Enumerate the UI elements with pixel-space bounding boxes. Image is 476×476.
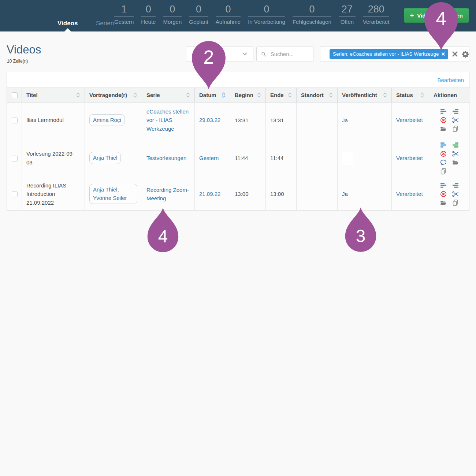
start-time: 11:44	[235, 155, 248, 161]
row-actions	[434, 108, 465, 132]
publications-icon[interactable]	[452, 108, 459, 115]
series-link[interactable]: eCoaches stellen vor - ILIAS Werkzeuge	[146, 108, 189, 132]
metadata-icon[interactable]	[440, 108, 447, 115]
row-checkbox[interactable]	[12, 118, 18, 123]
status-link[interactable]: Verarbeitet	[396, 191, 423, 197]
column-header-beginn[interactable]: Beginn	[230, 88, 266, 103]
stat-label: Aufnahme	[216, 17, 241, 25]
cut-icon[interactable]	[452, 191, 459, 197]
tab-videos[interactable]: Videos	[57, 20, 78, 27]
status-link[interactable]: Verarbeitet	[396, 117, 423, 123]
stat-value: 0	[293, 4, 331, 17]
publications-icon[interactable]	[452, 182, 459, 189]
metadata-icon[interactable]	[440, 182, 447, 189]
delete-icon[interactable]	[440, 117, 447, 123]
date-link[interactable]: Gestern	[199, 155, 219, 161]
delete-icon[interactable]	[440, 150, 447, 157]
remove-filter-icon[interactable]	[442, 52, 445, 56]
stat-value: 27	[339, 4, 356, 17]
nav-stat-offen[interactable]: 27Offen	[339, 4, 356, 25]
sort-icon	[329, 92, 333, 98]
tab-serien[interactable]: Serien	[96, 20, 114, 27]
metadata-icon[interactable]	[440, 142, 447, 148]
duplicate-icon[interactable]	[452, 200, 459, 206]
active-filter-chip[interactable]: Serien: eCoaches stellen vor - ILIAS Wer…	[330, 49, 448, 59]
row-checkbox[interactable]	[12, 156, 18, 161]
sort-icon	[222, 92, 226, 98]
tab-videos-label: Videos	[57, 20, 78, 27]
sort-icon	[186, 92, 190, 98]
nav-stat-gestern[interactable]: 1Gestern	[114, 4, 134, 25]
series-link[interactable]: Recording Zoom-Meeting	[146, 187, 189, 201]
stat-label: Heute	[141, 17, 156, 25]
stat-value: 0	[141, 4, 156, 17]
date-link[interactable]: 29.03.22	[199, 117, 220, 123]
table-header-row: TitelVortragende(r)SerieDatumBeginnEndeS…	[7, 88, 470, 103]
sort-icon	[288, 92, 292, 98]
delete-icon[interactable]	[440, 191, 447, 197]
duplicate-icon[interactable]	[452, 126, 459, 132]
published-value: Ja	[342, 191, 348, 197]
edit-link[interactable]: Bearbeiten	[437, 77, 464, 83]
table-toolbar: Bearbeiten	[7, 72, 469, 88]
column-header-veröffentlicht[interactable]: Veröffentlicht	[338, 88, 392, 103]
series-link[interactable]: Testvorlesungen	[146, 155, 186, 161]
cut-icon[interactable]	[452, 117, 459, 123]
nav-stat-verarbeitet[interactable]: 280Verarbeitet	[363, 4, 390, 25]
comment-icon[interactable]	[440, 159, 447, 166]
presenter-chip[interactable]: Anja Thiel	[89, 152, 121, 164]
nav-stat-fehlgeschlagen[interactable]: 0Fehlgeschlagen	[293, 4, 331, 25]
column-header-ende[interactable]: Ende	[266, 88, 297, 103]
column-header-vortragende-r[interactable]: Vortragende(r)	[85, 88, 142, 103]
video-title: Recording ILIAS Introduction 21.09.2022	[26, 182, 66, 206]
sort-icon	[420, 92, 424, 98]
publications-icon[interactable]	[452, 142, 459, 148]
column-label: Veröffentlicht	[342, 92, 377, 98]
status-link[interactable]: Verarbeitet	[396, 155, 423, 161]
tab-serien-label: Serien	[96, 20, 114, 27]
assets-folder-icon[interactable]	[440, 200, 447, 206]
end-time: 11:44	[270, 155, 283, 161]
duplicate-icon[interactable]	[440, 168, 447, 175]
row-checkbox[interactable]	[12, 191, 18, 197]
table-row: Ilias LernmodulAmina RoçieCoaches stelle…	[7, 103, 470, 138]
column-label: Vortragende(r)	[89, 92, 127, 98]
column-header-serie[interactable]: Serie	[142, 88, 195, 103]
assets-folder-icon[interactable]	[452, 159, 459, 166]
table-row: Recording ILIAS Introduction 21.09.2022A…	[7, 178, 470, 210]
column-header-datum[interactable]: Datum	[195, 88, 230, 103]
stat-value: 0	[163, 4, 182, 17]
nav-stat-heute[interactable]: 0Heute	[141, 4, 156, 25]
nav-stat-in-verarbeitung[interactable]: 0In Verarbeitung	[248, 4, 285, 25]
date-link[interactable]: 21.09.22	[199, 191, 220, 197]
end-time: 13:31	[270, 117, 284, 123]
assets-folder-icon[interactable]	[440, 126, 447, 132]
table-body: Ilias LernmodulAmina RoçieCoaches stelle…	[7, 103, 470, 210]
clear-all-filters-icon[interactable]	[452, 51, 458, 57]
marker-step-4-top: 4	[424, 1, 459, 51]
column-header-status[interactable]: Status	[392, 88, 429, 103]
nav-stat-aufnahme[interactable]: 0Aufnahme	[216, 4, 241, 25]
column-label: Ende	[270, 92, 284, 98]
cut-icon[interactable]	[452, 150, 459, 157]
column-header-aktionen: Aktionen	[429, 88, 470, 103]
marker-step-4-bottom: 4	[147, 208, 179, 253]
column-header-standort[interactable]: Standort	[297, 88, 338, 103]
nav-stat-geplant[interactable]: 0Geplant	[189, 4, 208, 25]
marker-step-2: 2	[191, 40, 226, 89]
column-label: Serie	[146, 92, 160, 98]
presenter-chip[interactable]: Amina Roçi	[89, 114, 125, 126]
gear-icon[interactable]	[462, 51, 469, 58]
sort-icon	[76, 92, 80, 98]
presenter-chip[interactable]: Anja Thiel, Yvonne Seiler	[89, 184, 137, 204]
stat-value: 0	[248, 4, 285, 17]
select-all-checkbox[interactable]	[12, 92, 18, 98]
row-count: 10 Zeile(n)	[7, 59, 28, 64]
empty-highlight	[342, 152, 353, 165]
column-header-select	[7, 88, 22, 103]
nav-stat-morgen[interactable]: 0Morgen	[163, 4, 182, 25]
active-tab-pointer	[64, 28, 71, 31]
stat-value: 1	[114, 4, 134, 17]
search-input[interactable]	[270, 51, 309, 57]
column-header-titel[interactable]: Titel	[22, 88, 85, 103]
